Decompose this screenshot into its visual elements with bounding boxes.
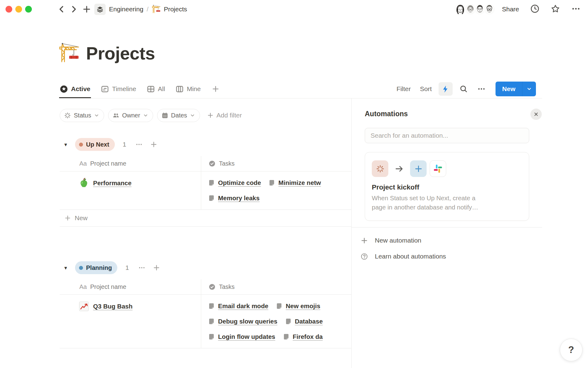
- column-label: Project name: [90, 160, 126, 167]
- task-link[interactable]: Optimize code: [209, 179, 261, 186]
- window-minimize-button[interactable]: [15, 6, 22, 13]
- project-name-cell[interactable]: Q3 Bug Bash: [60, 295, 201, 348]
- group-add-icon[interactable]: [153, 264, 160, 271]
- page-icon: [209, 333, 214, 340]
- nav-forward-button[interactable]: [69, 5, 78, 14]
- search-icon[interactable]: [457, 83, 470, 94]
- breadcrumb: Engineering / Projects: [109, 5, 187, 14]
- help-button[interactable]: ?: [560, 339, 582, 361]
- project-link[interactable]: Performance: [93, 179, 131, 187]
- avatar[interactable]: [454, 3, 467, 16]
- add-filter-button[interactable]: Add filter: [207, 112, 242, 119]
- page-icon: [209, 195, 214, 201]
- automation-card[interactable]: Project kickoff When Status set to Up Ne…: [365, 152, 529, 221]
- window-close-button[interactable]: [6, 6, 12, 13]
- more-options-icon[interactable]: [571, 4, 581, 15]
- task-line: Email dark mode New emojis: [209, 298, 351, 314]
- tab-mine[interactable]: Mine: [175, 80, 202, 98]
- filter-chip-status[interactable]: Status: [60, 109, 104, 122]
- new-button-caret[interactable]: [522, 82, 536, 96]
- chevron-down-icon: [190, 113, 195, 118]
- new-row-label: New: [75, 214, 88, 222]
- calendar-icon: [161, 112, 168, 119]
- sort-button[interactable]: Sort: [417, 83, 434, 94]
- group-planning: ▼ Planning 1 Aa Project name T: [60, 261, 351, 348]
- group-count: 1: [125, 264, 129, 271]
- tasks-cell[interactable]: Email dark mode New emojis Debug slow qu…: [201, 295, 351, 348]
- plus-icon: [360, 237, 368, 244]
- new-button[interactable]: New: [496, 82, 536, 96]
- task-link[interactable]: Memory leaks: [209, 194, 260, 202]
- new-row-button[interactable]: New: [60, 210, 351, 227]
- project-link[interactable]: Q3 Bug Bash: [93, 303, 133, 310]
- tab-all[interactable]: All: [146, 80, 166, 98]
- breadcrumb-page[interactable]: Projects: [152, 5, 187, 14]
- task-line: Memory leaks: [209, 190, 351, 206]
- chip-label: Owner: [122, 112, 140, 119]
- task-link[interactable]: Minimize netw: [269, 179, 321, 186]
- window-controls: [6, 6, 32, 13]
- share-button[interactable]: Share: [502, 6, 519, 13]
- group-up-next: ▼ Up Next 1 Aa Project name Ta: [60, 138, 351, 227]
- view-controls: Filter Sort New: [394, 80, 542, 98]
- titlebar-actions: Share: [454, 3, 581, 16]
- column-header-tasks[interactable]: Tasks: [201, 156, 351, 171]
- task-link[interactable]: Firefox da: [283, 333, 323, 340]
- tab-label: Active: [71, 85, 90, 93]
- task-line: Debug slow queries Database: [209, 314, 351, 329]
- group-more-icon[interactable]: [135, 141, 143, 148]
- task-line: Login flow updates Firefox da: [209, 329, 351, 344]
- task-link[interactable]: New emojis: [276, 302, 320, 310]
- updates-clock-icon[interactable]: [530, 4, 540, 15]
- table-header-row: Aa Project name Tasks: [60, 156, 351, 171]
- group-more-icon[interactable]: [138, 264, 145, 271]
- tab-timeline[interactable]: Timeline: [100, 80, 137, 98]
- slack-icon: [430, 160, 446, 177]
- column-header-tasks[interactable]: Tasks: [201, 279, 351, 294]
- close-panel-button[interactable]: [530, 109, 542, 120]
- group-add-icon[interactable]: [150, 141, 157, 148]
- column-header-project-name[interactable]: Aa Project name: [60, 156, 201, 171]
- sidebar-toggle-button[interactable]: [39, 5, 49, 13]
- task-link[interactable]: Database: [285, 318, 323, 325]
- new-page-button[interactable]: [82, 5, 91, 14]
- tasks-cell[interactable]: Optimize code Minimize netw Memory leaks: [201, 171, 351, 209]
- green-apple-icon: [79, 178, 89, 188]
- group-status-pill[interactable]: Up Next: [75, 138, 115, 151]
- favorite-star-icon[interactable]: [551, 4, 560, 15]
- learn-about-automations-button[interactable]: Learn about automations: [352, 248, 588, 264]
- timeline-view-icon: [101, 85, 109, 93]
- project-name-cell[interactable]: Performance: [60, 171, 201, 209]
- window-titlebar: Engineering / Projects Share: [0, 0, 588, 18]
- task-link[interactable]: Debug slow queries: [209, 318, 277, 325]
- group-status-pill[interactable]: Planning: [75, 261, 117, 274]
- new-automation-button[interactable]: New automation: [352, 232, 588, 248]
- filter-chip-owner[interactable]: Owner: [108, 109, 153, 122]
- filter-button[interactable]: Filter: [394, 83, 413, 94]
- breadcrumb-workspace[interactable]: Engineering: [109, 6, 143, 13]
- filter-chip-dates[interactable]: Dates: [157, 109, 200, 122]
- crane-page-icon[interactable]: [59, 42, 81, 64]
- group-collapse-toggle[interactable]: ▼: [63, 142, 70, 147]
- automations-bolt-button[interactable]: [439, 82, 453, 96]
- collaborator-avatars[interactable]: [454, 3, 495, 16]
- window-zoom-button[interactable]: [25, 6, 32, 13]
- automation-description: When Status set to Up Next, create a pag…: [372, 194, 522, 212]
- task-link[interactable]: Login flow updates: [209, 333, 275, 340]
- tab-active[interactable]: Active: [59, 80, 91, 98]
- task-link[interactable]: Email dark mode: [209, 302, 268, 310]
- view-more-icon[interactable]: [475, 83, 488, 94]
- avatar[interactable]: [484, 3, 495, 15]
- add-view-button[interactable]: [210, 80, 221, 98]
- workspace-icon[interactable]: [94, 4, 106, 15]
- chart-increasing-icon: [79, 301, 89, 312]
- nav-back-button[interactable]: [57, 5, 66, 14]
- breadcrumb-page-label: Projects: [164, 6, 187, 13]
- views-bar: Active Timeline All Mine Filter Sort: [60, 80, 542, 98]
- chevron-down-icon: [94, 113, 99, 118]
- group-collapse-toggle[interactable]: ▼: [63, 265, 70, 270]
- check-circle-icon: [209, 160, 216, 167]
- column-header-project-name[interactable]: Aa Project name: [60, 279, 201, 294]
- automation-search-input[interactable]: [365, 128, 529, 143]
- group-header: ▼ Planning 1: [60, 261, 351, 274]
